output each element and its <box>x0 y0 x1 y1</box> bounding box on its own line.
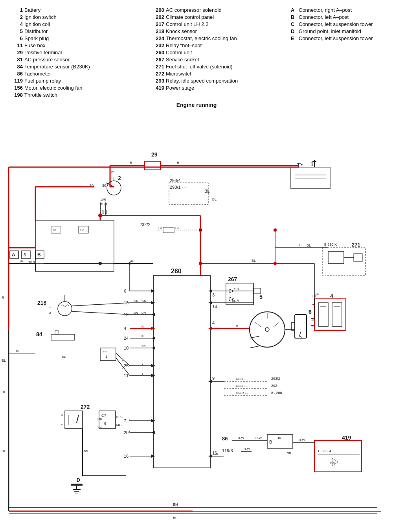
svg-text:R-W: R-W <box>244 447 250 451</box>
legend-item: 5 Distributor <box>8 28 149 34</box>
svg-text:BN: BN <box>134 311 138 315</box>
svg-text:4: 4 <box>61 413 63 417</box>
svg-text:16: 16 <box>124 454 129 458</box>
svg-text:B 230 K: B 230 K <box>324 243 337 247</box>
svg-text:6: 6 <box>104 422 106 425</box>
svg-text:GN-R - -: GN-R - - <box>236 391 248 395</box>
svg-text:BN: BN <box>141 311 146 315</box>
svg-text:2: 2 <box>105 350 107 354</box>
legend-item: 6 Spark plug <box>8 35 149 41</box>
svg-text:11: 11 <box>124 373 129 378</box>
svg-text:R: R <box>236 324 238 328</box>
svg-text:293/3: 293/3 <box>271 377 280 381</box>
svg-text:10: 10 <box>277 436 281 440</box>
svg-text:-: - <box>257 341 259 345</box>
wiring-diagram: + - 1 29 R R R 30 30 15R BL-R 2 11 <box>0 110 393 523</box>
svg-text:20: 20 <box>124 430 129 435</box>
svg-text:BL: BL <box>20 259 24 263</box>
svg-text:BL: BL <box>130 259 134 263</box>
svg-text:4: 4 <box>124 326 126 331</box>
legend-col-3: A Connector, right A–post B Connector, l… <box>291 7 385 98</box>
svg-text:BL-R: BL-R <box>232 299 239 302</box>
svg-text:BL: BL <box>2 359 6 363</box>
svg-text:BL: BL <box>141 335 145 338</box>
legend-item: 217 Control unit LH 2.2 <box>149 21 291 27</box>
legend-item: 29 Positive terminal <box>8 50 149 55</box>
svg-text:5: 5 <box>259 294 263 300</box>
svg-text:6: 6 <box>309 309 312 315</box>
svg-text:GR: GR <box>213 452 218 456</box>
svg-text:1  5  3  2  4: 1 5 3 2 4 <box>318 449 331 453</box>
legend-item: 11 Fuse box <box>8 42 149 48</box>
svg-text:232/2: 232/2 <box>140 222 151 227</box>
svg-text:Y: Y <box>122 359 124 363</box>
svg-text:14: 14 <box>212 304 217 309</box>
diagram-title: Engine running <box>0 102 393 108</box>
legend-item: 272 Microswitch <box>149 71 291 77</box>
svg-text:BL: BL <box>212 197 217 201</box>
svg-text:+: + <box>301 163 303 167</box>
svg-text:BL: BL <box>2 390 6 394</box>
svg-text:+: + <box>281 322 283 326</box>
svg-text:R: R <box>130 161 132 165</box>
svg-text:R-W: R-W <box>299 438 305 442</box>
legend-item: 232 Relay “hot–spot” <box>149 42 291 48</box>
svg-text:BL: BL <box>62 355 66 359</box>
svg-text:R: R <box>2 296 4 300</box>
svg-text:R: R <box>177 161 180 165</box>
legend-item: 218 Knock sensor <box>149 28 291 34</box>
legend-item: 119 Fuel pump relay <box>8 78 149 84</box>
svg-text:218: 218 <box>37 300 47 306</box>
legend-item: 260 Control unit <box>149 50 291 55</box>
svg-text:BL: BL <box>2 449 6 453</box>
svg-text:R: R <box>141 325 144 328</box>
svg-text:SB: SB <box>141 344 146 348</box>
diagram-container: + - 1 29 R R R 30 30 15R BL-R 2 11 <box>0 110 393 523</box>
svg-point-290 <box>129 262 131 265</box>
legend-item: 419 Power stage <box>149 85 291 91</box>
legend-col-2: 200 AC compressor solenoid 202 Climate c… <box>149 7 291 98</box>
svg-text:GN-Y - -: GN-Y - - <box>236 384 248 388</box>
svg-text:24: 24 <box>124 336 129 341</box>
svg-text:86: 86 <box>222 436 228 442</box>
svg-text:29: 29 <box>151 151 158 158</box>
svg-text:SB -: SB - <box>116 423 122 427</box>
svg-text:272: 272 <box>81 404 90 410</box>
svg-text:E: E <box>103 350 105 354</box>
svg-text:15R: 15R <box>100 198 106 201</box>
svg-text:13: 13 <box>52 228 56 232</box>
legend-item: 84 Temperature sensor (B230K) <box>8 64 149 70</box>
svg-text:BL-R: BL-R <box>100 202 107 206</box>
svg-text:30: 30 <box>102 184 106 188</box>
svg-text:Y: Y <box>122 367 124 370</box>
svg-text:BL: BL <box>204 189 209 193</box>
svg-text:119/3: 119/3 <box>222 448 233 453</box>
svg-text:GN: GN <box>134 299 138 303</box>
svg-text:9: 9 <box>212 376 215 381</box>
legend-item: B Connector, left A–post <box>291 14 385 20</box>
svg-text:4: 4 <box>330 293 333 299</box>
svg-text:Y: Y <box>141 362 144 366</box>
svg-text:BL: BL <box>307 243 311 247</box>
legend-item: 224 Thermostat, electric cooling fan <box>149 35 291 41</box>
legend-section: 1 Battery 2 Ignition switch 4 Ignition c… <box>0 0 393 102</box>
svg-text:7: 7 <box>104 414 106 418</box>
svg-text:SB: SB <box>97 425 102 429</box>
legend-item: 4 Ignition coil <box>8 21 149 27</box>
svg-text:202: 202 <box>271 384 277 388</box>
legend-item: 271 Fuel shut–off valve (solenoid) <box>149 64 291 70</box>
svg-rect-256 <box>71 484 83 486</box>
legend-item: 81 AC pressure sensor <box>8 57 149 63</box>
svg-text:84: 84 <box>36 331 42 337</box>
svg-text:1: 1 <box>311 324 313 328</box>
svg-text:BL: BL <box>175 226 180 230</box>
svg-text:BN: BN <box>173 503 178 506</box>
svg-text:B: B <box>37 252 41 258</box>
svg-text:BL: BL <box>16 350 20 353</box>
svg-text:1: 1 <box>49 305 51 308</box>
svg-text:267: 267 <box>228 276 237 282</box>
svg-text:11: 11 <box>101 209 108 215</box>
svg-text:R-W: R-W <box>255 436 262 440</box>
svg-text:1: 1 <box>61 422 63 425</box>
svg-text:SB: SB <box>287 451 291 455</box>
